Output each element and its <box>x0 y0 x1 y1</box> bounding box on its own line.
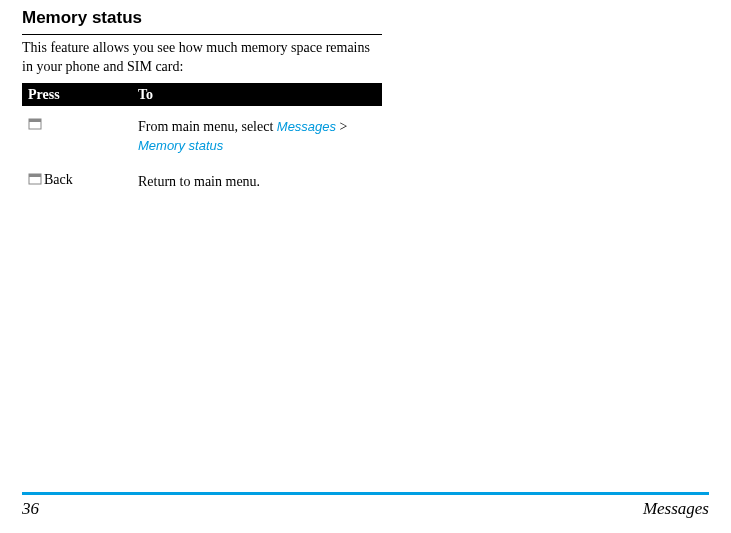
svg-rect-3 <box>29 174 41 177</box>
page-footer: 36 Messages <box>0 492 731 519</box>
header-press: Press <box>22 84 132 106</box>
back-label: Back <box>44 172 73 187</box>
section-heading: Memory status <box>22 8 380 28</box>
instruction-table: Press To From main menu, select Messages… <box>22 83 382 197</box>
softkey-icon <box>28 118 42 134</box>
footer-divider <box>22 492 709 495</box>
softkey-icon <box>28 173 42 189</box>
footer-section: Messages <box>643 499 709 519</box>
to-prefix: From main menu, select <box>138 119 277 134</box>
intro-text: This feature allows you see how much mem… <box>22 39 382 77</box>
table-row: Back Return to main menu. <box>22 161 382 197</box>
memory-status-link: Memory status <box>138 138 223 153</box>
press-cell: Back <box>22 169 132 195</box>
svg-rect-1 <box>29 119 41 122</box>
table-header-row: Press To <box>22 84 382 106</box>
messages-link: Messages <box>277 119 336 134</box>
to-cell: Return to main menu. <box>132 169 382 195</box>
page-number: 36 <box>22 499 39 519</box>
table-row: From main menu, select Messages > Memory… <box>22 106 382 161</box>
heading-divider <box>22 34 382 35</box>
footer-row: 36 Messages <box>22 499 709 519</box>
separator: > <box>336 119 347 134</box>
press-cell <box>22 114 132 159</box>
header-to: To <box>132 84 382 106</box>
to-cell: From main menu, select Messages > Memory… <box>132 114 382 159</box>
